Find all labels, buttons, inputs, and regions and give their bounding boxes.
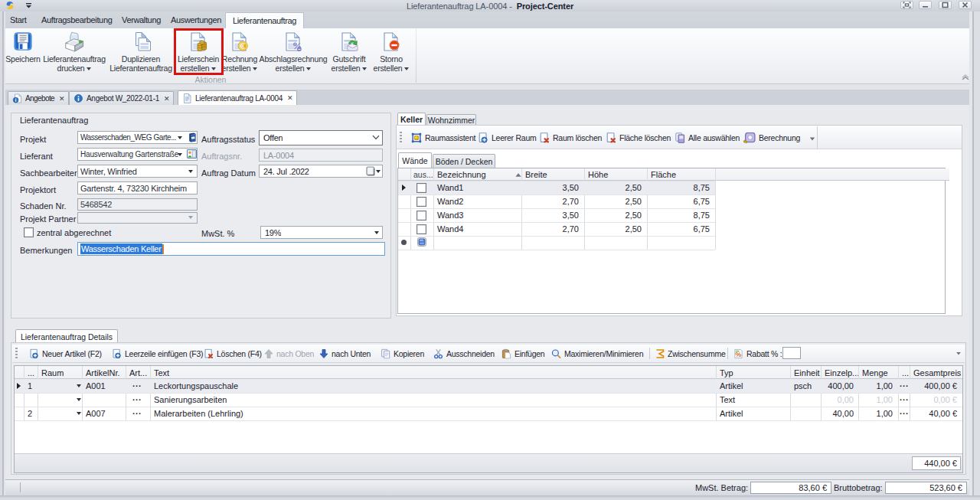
col-raum[interactable]: Raum <box>38 366 83 379</box>
lieferant-dropdown-icon[interactable] <box>178 153 182 156</box>
close-tab-icon[interactable]: ✕ <box>164 95 169 103</box>
leerzeile-button[interactable]: Leerzeile einfügen (F3) <box>112 348 203 358</box>
row-checkbox[interactable] <box>416 197 426 207</box>
sachbearbeiter-dropdown-icon[interactable] <box>188 170 193 173</box>
rooms-toolbar-overflow-icon[interactable] <box>809 137 815 141</box>
rabatt-input[interactable] <box>782 347 801 359</box>
schaden-nr-field[interactable]: 5468542 <box>77 198 198 211</box>
maximieren-button[interactable]: Maximieren/Minimieren <box>551 348 643 358</box>
rooms-col-breite[interactable]: Breite <box>522 168 585 181</box>
details-toolbar-overflow-icon[interactable] <box>956 351 962 356</box>
raum-dropdown-icon[interactable] <box>77 412 81 415</box>
col-gesamtpreis[interactable]: Gesamtpreis <box>910 366 962 379</box>
berechnung-button[interactable]: Berechnung <box>743 132 800 143</box>
mwst-dropdown-icon[interactable] <box>374 231 379 234</box>
ribbon-tab-auftragsbearbeitung[interactable]: Auftragsbearbeitung <box>34 12 119 28</box>
ribbon-tab-start[interactable]: Start <box>3 12 33 28</box>
fit-window-button[interactable] <box>900 1 913 9</box>
cut-icon <box>433 348 443 358</box>
ribbon-tab-verwaltung[interactable]: Verwaltung <box>115 12 168 28</box>
cell-einzelpreis: 400,00 <box>822 379 857 393</box>
col-menge[interactable]: Menge <box>859 366 899 379</box>
alle-auswaehlen-button[interactable]: Alle auswählen <box>675 132 740 143</box>
subtab-boeden-decken[interactable]: Böden / Decken <box>433 154 495 168</box>
row-checkbox[interactable] <box>416 183 426 193</box>
ribbon-tab-lieferantenauftrag[interactable]: Lieferantenauftrag <box>225 12 304 28</box>
col-artikelnr[interactable]: ArtikelNr. <box>83 366 126 379</box>
cell-hoehe: 2,50 <box>585 222 645 236</box>
cell-bezeichnung: Wand4 <box>434 222 521 236</box>
cell-hoehe: 2,50 <box>585 181 645 194</box>
quick-access-dropdown-icon[interactable] <box>25 3 32 8</box>
doc-tab-angebote[interactable]: Angebote ✕ <box>8 91 69 105</box>
projektort-field[interactable]: Gartenstr. 4, 73230 Kirchheim <box>77 181 198 194</box>
print-order-button[interactable]: Lieferantenauftrag drucken <box>38 30 111 76</box>
rooms-col-flaeche[interactable]: Fläche <box>648 168 716 181</box>
close-button[interactable] <box>959 1 972 9</box>
new-row[interactable] <box>398 236 715 250</box>
minimize-button[interactable] <box>919 1 932 9</box>
neuer-artikel-button[interactable]: Neuer Artikel (F2) <box>29 348 102 358</box>
toolbar-grip[interactable] <box>400 132 402 144</box>
doc-tab-lieferantenauftrag[interactable]: Lieferantenauftrag LA-0004 ✕ <box>178 90 297 105</box>
maximize-button[interactable] <box>939 1 952 9</box>
close-tab-icon[interactable]: ✕ <box>59 95 64 103</box>
details-tab[interactable]: Lieferantenauftrag Details <box>15 329 118 343</box>
ausschneiden-button[interactable]: Ausschneiden <box>433 348 495 358</box>
col-dots[interactable]: ... <box>24 366 38 379</box>
rooms-col-hoehe[interactable]: Höhe <box>585 168 648 181</box>
create-partial-invoice-button[interactable]: % Abschlagsrechnung erstellen <box>255 30 332 76</box>
ribbon-tab-auswertungen[interactable]: Auswertungen <box>164 12 228 28</box>
artikel-picker-button[interactable]: ... <box>129 377 149 391</box>
doc-tab-angebot-w[interactable]: Angebot W_2022-01-1 ✕ <box>69 91 174 105</box>
auftragsstatus-combobox[interactable]: Offen <box>259 130 383 145</box>
nach-oben-button[interactable]: nach Oben <box>264 348 314 358</box>
mwst-betrag-box: 83,60 € <box>750 482 831 494</box>
col-text[interactable]: Text <box>151 366 717 379</box>
mwst-combobox[interactable]: 19% <box>260 226 383 239</box>
toolbar-item-label: Leerzeile einfügen (F3) <box>125 349 203 358</box>
row-checkbox[interactable] <box>416 211 426 221</box>
col-einheit[interactable]: Einheit <box>791 366 822 379</box>
zentral-abgerechnet-checkbox[interactable] <box>24 227 34 237</box>
sachbearbeiter-combobox[interactable]: Winter, Winfried <box>77 165 198 178</box>
auftrag-datum-field[interactable]: 24. Jul .2022 <box>259 165 383 178</box>
raum-dropdown-icon[interactable] <box>77 384 81 387</box>
subtab-label: Böden / Decken <box>436 157 493 166</box>
flaeche-loeschen-button[interactable]: Fläche löschen <box>606 132 671 143</box>
nach-unten-button[interactable]: nach Unten <box>319 348 371 358</box>
raum-loeschen-button[interactable]: Raum löschen <box>539 132 602 143</box>
close-tab-icon[interactable]: ✕ <box>287 94 292 102</box>
add-row-icon <box>112 348 122 358</box>
rabatt-button[interactable]: % Rabatt % : <box>733 348 782 358</box>
zwischensumme-button[interactable]: Zwischensumme <box>655 349 726 358</box>
ribbon-button-label-block: Duplizieren Lieferantenauftrag <box>106 55 175 73</box>
loeschen-button[interactable]: Löschen (F4) <box>204 348 262 358</box>
save-button[interactable]: Speichern <box>5 30 41 76</box>
room-tab-keller[interactable]: Keller <box>397 113 426 126</box>
subtab-waende[interactable]: Wände <box>398 152 432 168</box>
col-einzelpreis[interactable]: Einzelp... <box>822 366 859 379</box>
rooms-col-bezeichnung[interactable]: Bezeichnung <box>434 168 522 181</box>
cell-gesamtpreis: 400,00 € <box>910 379 960 393</box>
projekt-dropdown-icon[interactable] <box>178 136 182 139</box>
datum-dropdown-icon[interactable] <box>376 170 381 173</box>
kopieren-button[interactable]: Kopieren <box>381 348 424 358</box>
auftragsstatus-chevron-icon[interactable] <box>372 135 380 140</box>
raum-dropdown-icon[interactable] <box>77 398 81 401</box>
create-cancellation-button[interactable]: Storno erstellen <box>371 30 412 76</box>
row-checkbox[interactable] <box>416 224 426 234</box>
row-options-button[interactable]: ... <box>899 377 910 391</box>
leerer-raum-button[interactable]: Leerer Raum <box>478 132 537 143</box>
discount-icon: % <box>733 348 743 358</box>
bemerkungen-field[interactable]: Wasserschaden Keller <box>77 242 385 256</box>
raumassistent-button[interactable]: Raumassistent <box>411 132 475 143</box>
room-tab-wohnzimmer[interactable]: Wohnzimmer <box>426 114 476 126</box>
einfuegen-button[interactable]: Einfügen <box>501 348 544 358</box>
col-typ[interactable]: Typ <box>717 366 791 379</box>
duplicate-order-button[interactable]: Duplizieren Lieferantenauftrag <box>106 30 175 76</box>
create-credit-note-button[interactable]: Gutschrift erstellen <box>328 30 371 76</box>
toolbar-grip[interactable] <box>15 348 18 360</box>
rooms-col-aus[interactable]: aus... <box>413 168 434 181</box>
calendar-icon[interactable] <box>366 166 375 176</box>
